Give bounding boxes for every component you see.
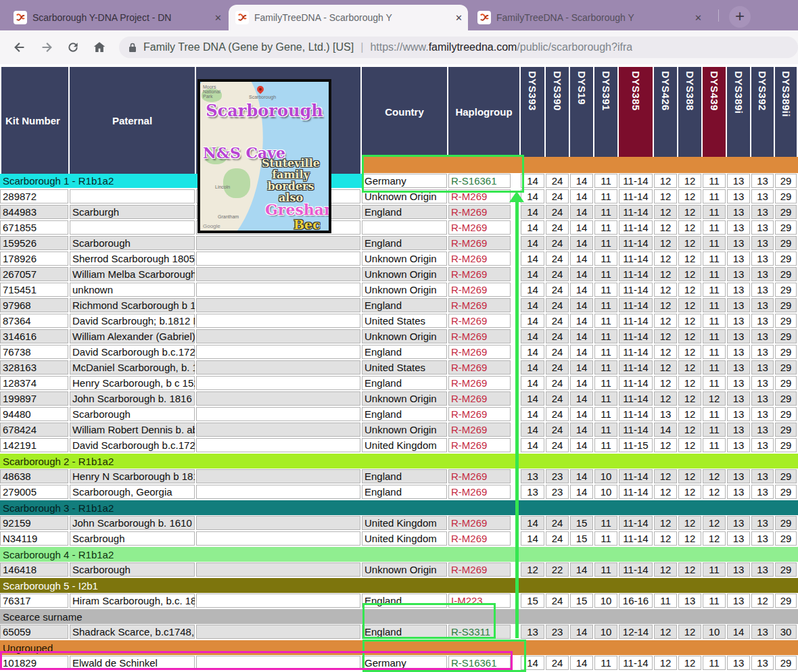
table-row: 267057William Melba Scarborough, b.1764 … (0, 267, 798, 283)
marker-value-cell-dys19: 14 (570, 423, 594, 438)
marker-value-cell-dys389ii: 29 (775, 205, 798, 220)
marker-value-cell-dys392: 13 (751, 251, 775, 267)
table-row: 128374Henry Scarborough, b c 1521, Engla… (0, 376, 798, 391)
paternal-cell: Richmond Scarborough b 1815 Mississippi … (70, 298, 196, 314)
reload-icon[interactable] (66, 41, 80, 54)
table-row: 279005Scarborough, GeorgiaEnglandR-M2691… (0, 485, 798, 500)
dys-header-label: DYS385 (630, 71, 642, 111)
marker-value-cell-dys19: 14 (570, 376, 594, 391)
marker-value-cell-dys19: 15 (570, 516, 594, 531)
marker-value-cell-dys389i: 13 (727, 267, 751, 283)
marker-value-cell-dys389ii: 29 (775, 314, 798, 329)
marker-value-cell-dys390: 22 (546, 562, 570, 578)
tab-close-icon[interactable]: ✕ (214, 13, 222, 23)
marker-value-cell-dys388: 12 (678, 485, 703, 500)
marker-value-cell-dys388: 12 (678, 407, 703, 423)
marker-value-cell-dys391: 11 (594, 220, 619, 236)
dys-header-label: DYS426 (660, 71, 672, 111)
marker-value-cell-dys388: 12 (678, 220, 703, 236)
table-row: 844983ScarburghEnglandR-M2691424141111-1… (0, 205, 798, 220)
marker-value-cell-dys426: 12 (654, 283, 678, 298)
marker-value-cell-dys392: 13 (751, 345, 775, 360)
paternal-cell: Scarborough (70, 236, 196, 251)
marker-value-cell-dys426: 12 (654, 469, 678, 485)
paternal-cell: David Scarborough b.c.1720 VA? d.c.1773 … (70, 345, 196, 360)
marker-value-cell-dys392: 13 (751, 438, 775, 454)
marker-value-cell-dys389i: 13 (727, 562, 751, 578)
marker-value-cell-dys385: 11-14 (619, 251, 654, 267)
marker-value-cell-dys385: 11-14 (619, 220, 654, 236)
url-text: Family Tree DNA (Gene by Gene, Ltd.) [US… (143, 41, 632, 53)
map-label: Moors National Park (203, 85, 230, 99)
tab-close-icon[interactable]: ✕ (455, 13, 463, 23)
kit-number-cell: 142191 (0, 438, 70, 454)
tab-familytreedna-2[interactable]: FamilyTreeDNA - Scarborough Y ✕ (471, 5, 707, 30)
group-row: Scarborough 4 - R1b1a2 (0, 547, 798, 562)
ftdna-favicon-icon (235, 11, 249, 24)
image-column-cell (196, 376, 362, 391)
badge-note3: Bec (294, 217, 321, 232)
marker-value-cell-dys391: 11 (594, 531, 619, 547)
paternal-cell: Shadrack Scarce, b.c1748, Piscataway,MD … (70, 625, 196, 640)
marker-value-cell-dys19: 14 (570, 438, 594, 454)
marker-value-cell-dys389i: 13 (727, 516, 751, 531)
marker-value-cell-dys393: 14 (521, 329, 546, 345)
marker-value-cell-dys385: 11-14 (619, 345, 654, 360)
tab-close-icon[interactable]: ✕ (695, 13, 702, 23)
marker-value-cell-dys391: 11 (594, 391, 619, 407)
address-bar[interactable]: Family Tree DNA (Gene by Gene, Ltd.) [US… (119, 37, 798, 58)
marker-value-cell-dys19: 14 (570, 314, 594, 329)
back-icon[interactable] (12, 40, 27, 55)
marker-value-cell-dys385: 11-14 (619, 423, 654, 438)
column-header-country: Country (362, 67, 448, 157)
dys-header-label: DYS391 (601, 71, 612, 111)
haplogroup-cell: R-M269 (448, 267, 512, 283)
url-separator: | (354, 41, 370, 53)
marker-value-cell-dys439: 11 (703, 236, 727, 251)
forward-icon[interactable] (39, 40, 54, 55)
marker-value-cell-dys389i: 13 (727, 220, 751, 236)
country-cell: England (362, 407, 448, 423)
marker-value-cell-dys385: 11-14 (619, 531, 654, 547)
marker-value-cell-dys393: 14 (521, 516, 546, 531)
image-column-cell (196, 236, 362, 251)
tab-familytreedna-active[interactable]: FamilyTreeDNA - Scarborough Y ✕ (229, 5, 468, 30)
tab-scarborough-project[interactable]: Scarborough Y-DNA Project - DN ✕ (7, 5, 227, 30)
paternal-cell: Henry Scarborough, b c 1521, England (70, 376, 196, 391)
marker-value-cell-dys426: 12 (654, 174, 678, 189)
marker-value-cell-dys393: 13 (521, 625, 546, 640)
marker-value-cell-dys391: 11 (594, 267, 619, 283)
marker-value-cell-dys393: 14 (521, 314, 546, 329)
marker-value-cell-dys19: 14 (570, 236, 594, 251)
lock-icon (128, 42, 137, 53)
marker-value-cell-dys390: 24 (546, 174, 570, 189)
marker-value-cell-dys392: 13 (751, 174, 775, 189)
paternal-cell: Scarborough (70, 562, 196, 578)
marker-value-cell-dys389i: 13 (727, 298, 751, 314)
marker-value-cell-dys385: 11-14 (619, 376, 654, 391)
marker-value-cell-dys388: 12 (678, 298, 703, 314)
home-icon[interactable] (92, 40, 107, 55)
marker-value-cell-dys393: 14 (521, 283, 546, 298)
map-park (223, 168, 250, 198)
marker-value-cell-dys393: 12 (521, 562, 546, 578)
marker-value-cell-dys392: 13 (751, 656, 775, 671)
badge-title: Scarborough (200, 101, 329, 120)
marker-value-cell-dys391: 10 (594, 485, 619, 500)
kit-number-cell: 87364 (0, 314, 70, 329)
url-scheme: https://www. (370, 41, 428, 53)
marker-value-cell-dys392: 13 (751, 298, 775, 314)
marker-value-cell-dys388: 12 (678, 423, 703, 438)
new-tab-button[interactable]: + (729, 6, 751, 28)
marker-value-cell-dys426: 12 (654, 438, 678, 454)
dys-header-label: DYS389i (733, 71, 745, 114)
haplogroup-cell: R-M269 (448, 360, 512, 376)
kit-number-cell: 279005 (0, 485, 70, 500)
marker-value-cell-dys439: 11 (703, 205, 727, 220)
haplogroup-cell: R-M269 (448, 329, 512, 345)
marker-value-cell-dys390: 24 (546, 220, 570, 236)
marker-value-cell-dys389ii: 29 (775, 423, 798, 438)
paternal-cell: unknown (70, 283, 196, 298)
marker-value-cell-dys392: 13 (751, 485, 775, 500)
marker-value-cell-dys390: 24 (546, 423, 570, 438)
